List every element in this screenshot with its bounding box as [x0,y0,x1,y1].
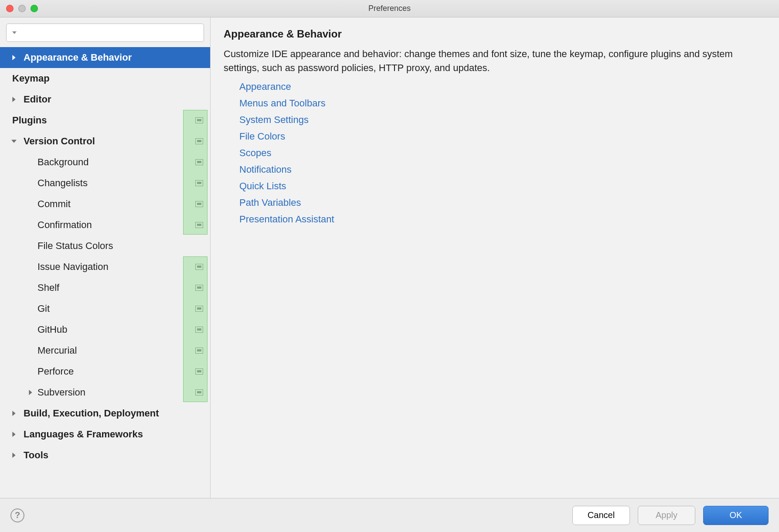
search-field[interactable] [6,24,204,42]
tree-item[interactable]: GitHub [0,319,210,340]
search-input[interactable] [19,28,199,38]
tree-item[interactable]: Changelists [0,173,210,194]
tree-item-label: Mercurial [37,345,77,356]
tree-item[interactable]: Issue Navigation [0,256,210,277]
subpage-link[interactable]: Scopes [239,147,766,159]
project-scope-icon [195,264,203,270]
chevron-down-icon[interactable] [10,139,18,144]
subpage-link[interactable]: Appearance [239,81,766,92]
preferences-sidebar: Appearance & BehaviorKeymapEditorPlugins… [0,17,211,498]
subpage-link[interactable]: Quick Lists [239,181,766,192]
project-scope-icon [195,389,203,396]
tree-item-label: Tools [24,450,48,461]
chevron-right-icon[interactable] [10,97,18,102]
tree-item-label: Appearance & Behavior [24,52,132,63]
svg-marker-9 [12,453,15,458]
tree-item-label: GitHub [37,324,67,335]
svg-marker-7 [12,411,15,416]
tree-item[interactable]: Editor [0,89,210,110]
project-scope-icon [195,348,203,354]
subpage-link[interactable]: System Settings [239,114,766,126]
tree-item[interactable]: Keymap [0,68,210,89]
subpage-link[interactable]: File Colors [239,131,766,142]
tree-item[interactable]: Languages & Frameworks [0,424,210,445]
tree-item-label: Perforce [37,366,74,377]
project-scope-icon [195,368,203,375]
search-dropdown-icon[interactable] [11,31,17,35]
svg-marker-4 [12,97,15,102]
tree-item-label: Version Control [24,136,95,147]
window-controls [6,5,38,12]
chevron-right-icon[interactable] [10,411,18,416]
tree-item[interactable]: Subversion [0,382,210,403]
chevron-right-icon[interactable] [26,390,35,395]
tree-item-label: Build, Execution, Deployment [24,408,159,419]
tree-item-label: Background [37,157,88,168]
chevron-right-icon[interactable] [10,453,18,458]
tree-item-label: Shelf [37,282,59,293]
dialog-footer: ? Cancel Apply OK [0,498,779,532]
tree-item[interactable]: Version Control [0,131,210,152]
cancel-button[interactable]: Cancel [572,506,630,525]
close-window-button[interactable] [6,5,14,12]
tree-item-label: Confirmation [37,219,92,231]
help-button[interactable]: ? [10,508,24,522]
subpage-link[interactable]: Presentation Assistant [239,214,766,225]
project-scope-icon [195,222,203,228]
svg-marker-6 [29,390,32,395]
tree-item[interactable]: Build, Execution, Deployment [0,403,210,424]
tree-item[interactable]: File Status Colors [0,235,210,256]
tree-item-label: Editor [24,94,51,105]
tree-item-label: Changelists [37,177,88,189]
tree-item-label: Languages & Frameworks [24,429,143,440]
tree-item[interactable]: Plugins [0,110,210,131]
subpage-link[interactable]: Notifications [239,164,766,175]
apply-button[interactable]: Apply [638,506,695,525]
svg-marker-8 [12,432,15,437]
subpage-links: AppearanceMenus and ToolbarsSystem Setti… [211,81,779,225]
ok-button[interactable]: OK [703,506,769,525]
tree-item-label: Plugins [12,115,47,126]
maximize-window-button[interactable] [31,5,38,12]
subpage-link[interactable]: Path Variables [239,197,766,208]
search-container [0,17,210,46]
tree-item[interactable]: Appearance & Behavior [0,47,210,68]
svg-marker-5 [11,140,17,143]
titlebar: Preferences [0,0,779,17]
project-scope-icon [195,138,203,144]
project-scope-icon [195,327,203,333]
project-scope-icon [195,285,203,291]
tree-item[interactable]: Confirmation [0,215,210,235]
content-split: Appearance & BehaviorKeymapEditorPlugins… [0,17,779,498]
tree-item[interactable]: Perforce [0,361,210,382]
tree-item-label: Subversion [37,387,85,398]
tree-item[interactable]: Tools [0,445,210,466]
tree-item-label: Keymap [12,73,50,84]
chevron-right-icon[interactable] [10,55,18,60]
tree-item[interactable]: Shelf [0,277,210,298]
project-scope-icon [195,306,203,312]
tree-item[interactable]: Background [0,152,210,173]
preferences-tree: Appearance & BehaviorKeymapEditorPlugins… [0,46,210,498]
subpage-link[interactable]: Menus and Toolbars [239,98,766,109]
project-scope-icon [195,180,203,186]
tree-item-label: Git [37,303,50,314]
tree-item-label: File Status Colors [37,240,113,252]
page-title: Appearance & Behavior [211,17,779,44]
project-scope-icon [195,159,203,165]
chevron-right-icon[interactable] [10,432,18,437]
svg-marker-2 [12,31,17,34]
preferences-main: Appearance & Behavior Customize IDE appe… [211,17,779,498]
tree-item-label: Commit [37,198,71,210]
minimize-window-button[interactable] [18,5,26,12]
tree-item[interactable]: Mercurial [0,340,210,361]
page-description: Customize IDE appearance and behavior: c… [211,44,760,81]
window-title: Preferences [0,4,779,13]
tree-item-label: Issue Navigation [37,261,109,273]
tree-item[interactable]: Git [0,298,210,319]
svg-marker-3 [12,55,15,60]
tree-item[interactable]: Commit [0,194,210,215]
project-scope-icon [195,117,203,123]
project-scope-icon [195,201,203,207]
